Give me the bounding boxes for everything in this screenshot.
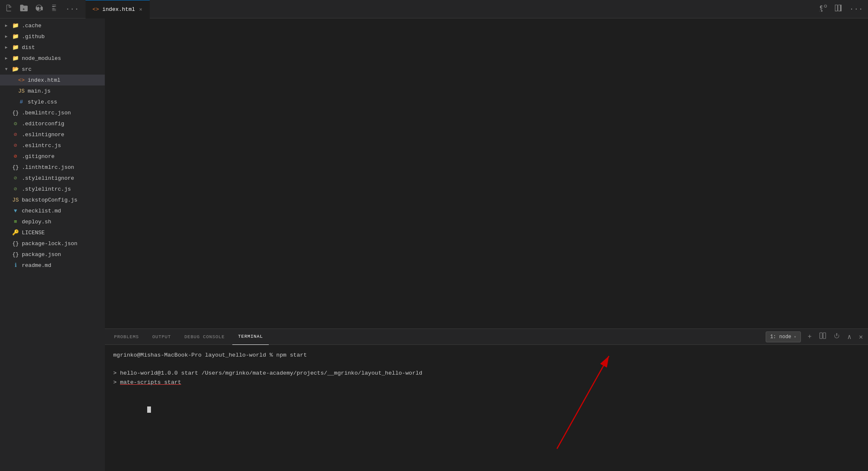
sidebar-item-main-js[interactable]: JS main.js — [0, 85, 105, 96]
sidebar-item-bemlintrc[interactable]: {} .bemlintrc.json — [0, 107, 105, 118]
css-icon: # — [18, 99, 25, 105]
packagejson-icon: {} — [12, 251, 19, 258]
sidebar-item-readmemd[interactable]: ℹ readme.md — [0, 260, 105, 271]
folder-icon: 📁 — [12, 22, 19, 29]
tab-output[interactable]: OUTPUT — [146, 329, 177, 345]
terminal-line-4: > mate-scripts start — [113, 378, 860, 387]
new-folder-icon[interactable] — [20, 4, 28, 14]
tab-close-button[interactable]: ✕ — [138, 5, 143, 13]
toolbar-icons: ··· — [5, 4, 79, 14]
sidebar-item-checklist[interactable]: ▼ checklist.md — [0, 205, 105, 216]
sidebar-item-editorconfig[interactable]: ⚙ .editorconfig — [0, 118, 105, 129]
editor-area: PROBLEMS OUTPUT DEBUG CONSOLE TERMINAL 1… — [105, 18, 868, 471]
chevron-down-icon: ▾ — [794, 334, 796, 339]
chevron-icon: ▶ — [3, 56, 9, 61]
terminal-line-5 — [113, 387, 860, 396]
new-file-icon[interactable] — [5, 4, 13, 14]
eslintrc-icon: ⊘ — [12, 142, 19, 149]
sidebar-item-stylelintignore[interactable]: ⊘ .stylelintignore — [0, 173, 105, 184]
sidebar-item-label: .cache — [22, 23, 42, 29]
tab-debug-console[interactable]: DEBUG CONSOLE — [179, 329, 231, 345]
top-bar: ··· <> index.html ✕ ··· — [0, 0, 868, 18]
split-terminal-button[interactable] — [818, 331, 828, 342]
sidebar-item-label: checklist.md — [22, 208, 61, 214]
underlined-command: mate-scripts start — [120, 379, 181, 386]
linthtmlrc-icon: {} — [12, 164, 19, 171]
json-icon: {} — [12, 110, 19, 116]
terminal-cursor — [147, 406, 151, 413]
sidebar-item-gitignore[interactable]: ⊘ .gitignore — [0, 151, 105, 162]
sidebar-item-label: .editorconfig — [22, 121, 64, 127]
terminal-panel: PROBLEMS OUTPUT DEBUG CONSOLE TERMINAL 1… — [105, 329, 868, 471]
terminal-line-1: mgrinko@Mishas-MacBook-Pro layout_hello-… — [113, 351, 860, 360]
editor-content[interactable] — [105, 18, 868, 329]
terminal-body[interactable]: mgrinko@Mishas-MacBook-Pro layout_hello-… — [105, 345, 868, 471]
sidebar-item-linthtmlrc[interactable]: {} .linthtmlrc.json — [0, 162, 105, 173]
more-icon[interactable]: ··· — [65, 5, 79, 13]
tab-terminal-label: TERMINAL — [238, 334, 263, 339]
maximize-panel-button[interactable]: ∧ — [846, 332, 853, 342]
tab-problems-label: PROBLEMS — [114, 334, 139, 339]
terminal-selector-label: 1: node — [770, 334, 791, 340]
sidebar-item-label: .github — [22, 34, 45, 40]
terminal-line-cursor — [113, 396, 860, 423]
svg-rect-1 — [823, 333, 826, 339]
top-more-icon[interactable]: ··· — [850, 5, 863, 13]
terminal-line-3: > hello-world@1.0.0 start /Users/mgrinko… — [113, 369, 860, 378]
sidebar-item-label: .gitignore — [22, 153, 55, 160]
eslint-icon: ⊘ — [12, 131, 19, 138]
checklist-icon: ▼ — [12, 208, 19, 214]
tab-file-icon: <> — [92, 6, 99, 13]
backstop-icon: JS — [12, 197, 19, 203]
github-icon: 📁 — [12, 33, 19, 40]
terminal-actions: + ∧ ✕ — [806, 331, 865, 342]
collapse-icon[interactable] — [50, 4, 58, 14]
sidebar: ▶ 📁 .cache ▶ 📁 .github ▶ 📁 dist ▶ 📁 node… — [0, 18, 105, 471]
sidebar-item-label: package-lock.json — [22, 241, 78, 247]
sidebar-item-src[interactable]: ▼ 📂 src — [0, 64, 105, 75]
git-icon: ⊘ — [12, 153, 19, 160]
chevron-icon: ▶ — [3, 23, 9, 28]
refresh-icon[interactable] — [35, 4, 43, 14]
sidebar-item-label: style.css — [28, 99, 57, 105]
terminal-line-2 — [113, 360, 860, 369]
sidebar-item-index-html[interactable]: <> index.html — [0, 75, 105, 85]
sidebar-item-license[interactable]: 🔑 LICENSE — [0, 227, 105, 238]
tab-debug-label: DEBUG CONSOLE — [185, 334, 225, 339]
tab-terminal[interactable]: TERMINAL — [232, 329, 269, 345]
tab-bar: <> index.html ✕ — [86, 0, 812, 18]
sidebar-item-style-css[interactable]: # style.css — [0, 96, 105, 107]
readme-icon: ℹ — [12, 262, 19, 269]
sidebar-item-dist[interactable]: ▶ 📁 dist — [0, 42, 105, 53]
sidebar-item-packagejson[interactable]: {} package.json — [0, 249, 105, 260]
sidebar-item-node-modules[interactable]: ▶ 📁 node_modules — [0, 53, 105, 64]
terminal-selector[interactable]: 1: node ▾ — [766, 331, 801, 342]
new-terminal-button[interactable]: + — [806, 332, 813, 342]
sidebar-item-eslintrc[interactable]: ⊘ .eslintrc.js — [0, 140, 105, 151]
close-panel-button[interactable]: ✕ — [857, 332, 865, 342]
sidebar-item-eslintignore[interactable]: ⊘ .eslintignore — [0, 129, 105, 140]
sidebar-item-label: .stylelintrc.js — [22, 186, 71, 192]
main-layout: ▶ 📁 .cache ▶ 📁 .github ▶ 📁 dist ▶ 📁 node… — [0, 18, 868, 471]
sidebar-item-label: .eslintrc.js — [22, 142, 61, 149]
kill-terminal-button[interactable] — [832, 332, 842, 342]
svg-rect-0 — [820, 333, 822, 339]
sidebar-item-stylelintrc[interactable]: ⊘ .stylelintrc.js — [0, 184, 105, 194]
sidebar-item-cache[interactable]: ▶ 📁 .cache — [0, 20, 105, 31]
split-editor-icon[interactable] — [834, 4, 842, 14]
stylelintignore-icon: ⊘ — [12, 175, 19, 181]
chevron-icon: ▶ — [3, 45, 9, 50]
chevron-icon: ▶ — [3, 34, 9, 39]
sidebar-item-backstopconfig[interactable]: JS backstopConfig.js — [0, 194, 105, 205]
license-icon: 🔑 — [12, 229, 19, 236]
sidebar-item-label: main.js — [28, 88, 51, 94]
tab-problems[interactable]: PROBLEMS — [108, 329, 145, 345]
source-control-icon[interactable] — [819, 4, 827, 14]
sidebar-item-label: .bemlintrc.json — [22, 110, 71, 116]
sidebar-item-label: LICENSE — [22, 230, 45, 236]
sidebar-item-deploysh[interactable]: ≡ deploy.sh — [0, 216, 105, 227]
sidebar-item-github[interactable]: ▶ 📁 .github — [0, 31, 105, 42]
sidebar-item-packagelock[interactable]: {} package-lock.json — [0, 238, 105, 249]
tab-label: index.html — [102, 6, 135, 13]
tab-index-html[interactable]: <> index.html ✕ — [86, 0, 150, 18]
